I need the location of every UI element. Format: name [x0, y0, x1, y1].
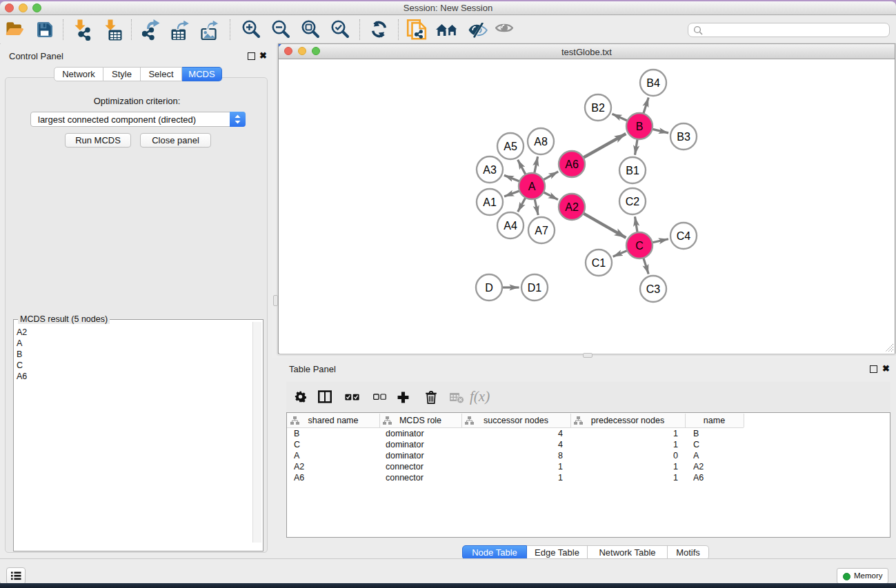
svg-text:A: A [528, 181, 536, 192]
svg-text:A4: A4 [504, 220, 517, 232]
svg-text:C: C [635, 240, 644, 252]
svg-text:A6: A6 [565, 159, 579, 170]
svg-text:B4: B4 [646, 77, 660, 89]
svg-text:D1: D1 [528, 282, 542, 294]
svg-text:A2: A2 [565, 201, 579, 213]
svg-text:A8: A8 [534, 136, 548, 148]
svg-text:C4: C4 [677, 230, 691, 242]
svg-text:B: B [636, 121, 644, 132]
svg-text:B2: B2 [591, 102, 605, 114]
svg-text:C1: C1 [592, 257, 606, 269]
svg-text:A1: A1 [483, 196, 497, 208]
svg-text:C2: C2 [626, 196, 640, 207]
svg-text:B1: B1 [626, 165, 639, 176]
svg-text:D: D [485, 282, 493, 294]
svg-text:A7: A7 [535, 225, 548, 236]
svg-text:C3: C3 [646, 283, 661, 295]
svg-text:A3: A3 [483, 164, 497, 176]
svg-text:B3: B3 [677, 131, 690, 143]
svg-text:A5: A5 [504, 141, 517, 152]
